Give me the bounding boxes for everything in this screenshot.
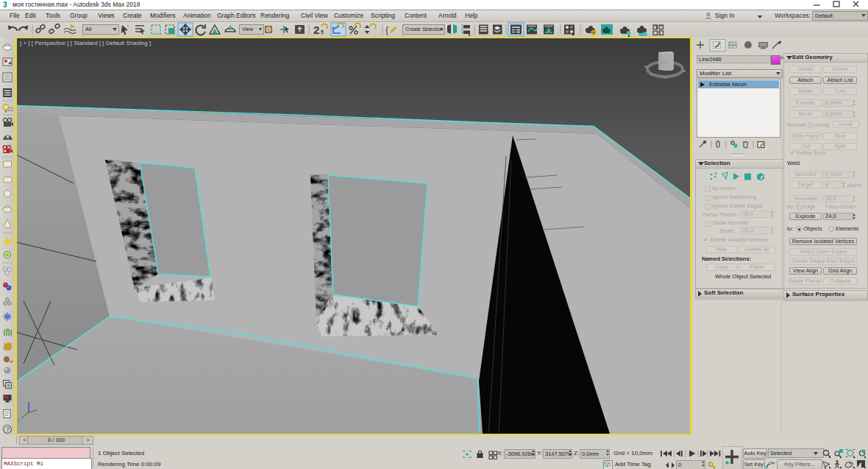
svg-text:LFT: LFT bbox=[661, 60, 668, 65]
svg-text:{: { bbox=[385, 25, 388, 35]
svg-text:2: 2 bbox=[313, 24, 319, 36]
svg-text:y: y bbox=[18, 417, 20, 422]
svg-text:?: ? bbox=[6, 426, 10, 433]
svg-text:5: 5 bbox=[321, 29, 324, 35]
svg-text:3: 3 bbox=[3, 1, 7, 9]
